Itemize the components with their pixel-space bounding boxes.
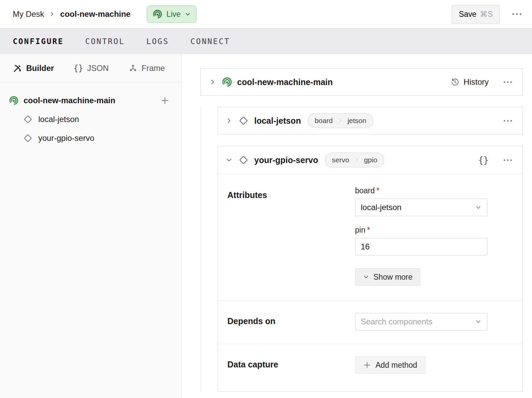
show-more-button[interactable]: Show more xyxy=(355,268,420,286)
tab-connect[interactable]: CONNECT xyxy=(190,37,230,46)
machine-part-title: cool-new-machine-main xyxy=(237,77,333,87)
depends-on-title: Depends on xyxy=(227,313,355,330)
depends-on-section: Depends on Search components xyxy=(218,301,522,344)
component-card-local-jetson: local-jetson board jetson xyxy=(218,107,523,134)
edit-json-button[interactable]: {} xyxy=(478,155,489,165)
mode-frame-label: Frame xyxy=(142,64,165,73)
component-tree: cool-new-machine-main local-jetson your-… xyxy=(0,82,181,148)
component-more-menu[interactable] xyxy=(503,119,513,122)
component-diamond-icon xyxy=(23,133,33,143)
board-field-label: board* xyxy=(355,186,487,195)
machine-part-more-menu[interactable] xyxy=(503,81,513,84)
frame-axes-icon xyxy=(128,64,138,73)
board-field: board* local-jetson xyxy=(355,186,487,216)
header-actions: Save ⌘S xyxy=(452,5,523,24)
history-icon xyxy=(451,78,459,86)
main-nav-tabs: CONFIGURE CONTROL LOGS CONNECT xyxy=(0,28,532,54)
status-badge: Live xyxy=(167,10,181,19)
data-capture-title: Data capture xyxy=(227,356,355,374)
board-select[interactable]: local-jetson xyxy=(355,199,487,216)
add-method-button[interactable]: Add method xyxy=(355,356,426,374)
history-button[interactable]: History xyxy=(451,77,489,87)
component-diamond-icon xyxy=(23,114,33,124)
field-label-text: pin xyxy=(355,226,365,234)
pin-field-label: pin* xyxy=(355,226,487,235)
required-asterisk: * xyxy=(367,226,370,234)
config-sidebar: Builder {} JSON Frame xyxy=(0,54,182,398)
mode-frame[interactable]: Frame xyxy=(128,64,165,73)
board-select-value: local-jetson xyxy=(361,203,401,212)
attributes-fields: board* local-jetson pin* xyxy=(355,186,487,286)
save-shortcut: ⌘S xyxy=(480,10,493,19)
tab-configure[interactable]: CONFIGURE xyxy=(13,37,64,46)
machine-part-card-header: cool-new-machine-main History xyxy=(201,69,522,95)
config-main-panel: cool-new-machine-main History xyxy=(182,54,532,398)
tree-item-your-gpio-servo[interactable]: your-gpio-servo xyxy=(0,129,181,148)
app-header: My Desk cool-new-machine Live Save ⌘S xyxy=(0,0,532,28)
tab-control[interactable]: CONTROL xyxy=(85,37,125,46)
chevron-down-icon xyxy=(185,11,191,17)
breadcrumb-parent-link[interactable]: My Desk xyxy=(13,9,44,19)
child-connector: local-jetson board jetson xyxy=(201,107,523,392)
braces-icon: {} xyxy=(74,64,83,73)
chevron-down-icon xyxy=(475,204,482,211)
component-diamond-icon xyxy=(238,155,249,165)
required-asterisk: * xyxy=(376,186,380,195)
depends-on-placeholder: Search components xyxy=(361,317,432,326)
viam-part-icon xyxy=(222,77,232,87)
tools-icon xyxy=(13,64,22,73)
mode-builder-label: Builder xyxy=(26,64,54,73)
machine-part-card: cool-new-machine-main History xyxy=(201,68,523,96)
plus-icon xyxy=(363,361,371,369)
history-label: History xyxy=(463,77,489,87)
mode-builder[interactable]: Builder xyxy=(13,64,54,73)
component-more-menu[interactable] xyxy=(503,159,513,162)
viam-part-icon xyxy=(9,95,19,106)
component-card-your-gpio-servo: your-gpio-servo servo gpio {} xyxy=(218,146,523,392)
component-type-badge: board jetson xyxy=(308,113,373,128)
breadcrumb: My Desk cool-new-machine xyxy=(13,9,131,19)
badge-chevron-icon xyxy=(355,155,359,165)
component-model: gpio xyxy=(359,156,383,164)
header-more-menu[interactable] xyxy=(511,12,523,16)
component-name: your-gpio-servo xyxy=(254,155,318,165)
add-component-button[interactable] xyxy=(161,96,169,105)
tree-root-label: cool-new-machine-main xyxy=(24,96,115,105)
tree-item-local-jetson[interactable]: local-jetson xyxy=(0,110,181,129)
save-button[interactable]: Save ⌘S xyxy=(452,5,500,24)
data-capture-section: Data capture Add method xyxy=(218,344,522,391)
component-diamond-icon xyxy=(238,115,249,126)
tree-child-label: your-gpio-servo xyxy=(38,133,94,143)
content-area: Builder {} JSON Frame xyxy=(0,54,532,398)
add-method-label: Add method xyxy=(375,361,417,370)
tab-logs[interactable]: LOGS xyxy=(146,37,169,46)
pin-input-value: 16 xyxy=(361,242,370,251)
expand-chevron-right-icon[interactable] xyxy=(225,117,233,124)
tree-item-machine-part[interactable]: cool-new-machine-main xyxy=(0,91,181,110)
breadcrumb-chevron-icon xyxy=(49,10,55,18)
tree-child-label: local-jetson xyxy=(38,115,79,124)
component-model: jetson xyxy=(342,117,372,125)
badge-chevron-icon xyxy=(338,116,342,126)
viam-broadcast-icon xyxy=(152,9,163,19)
view-mode-toolbar: Builder {} JSON Frame xyxy=(0,54,181,82)
component-type: servo xyxy=(326,156,354,164)
component-card-header: your-gpio-servo servo gpio {} xyxy=(218,146,522,174)
mode-json-label: JSON xyxy=(87,64,109,73)
component-card-header: local-jetson board jetson xyxy=(218,107,522,134)
component-name: local-jetson xyxy=(254,116,301,126)
attributes-section: Attributes board* local-jetson xyxy=(218,174,522,301)
breadcrumb-current: cool-new-machine xyxy=(60,9,130,19)
depends-on-select[interactable]: Search components xyxy=(355,313,487,330)
collapse-chevron-down-icon[interactable] xyxy=(225,156,233,164)
machine-status-dropdown[interactable]: Live xyxy=(147,5,196,23)
component-type: board xyxy=(309,117,338,125)
pin-field: pin* 16 xyxy=(355,226,487,255)
chevron-down-icon xyxy=(475,318,482,325)
save-button-label: Save xyxy=(459,10,476,19)
expand-chevron-right-icon[interactable] xyxy=(209,78,216,86)
component-type-badge: servo gpio xyxy=(325,153,384,167)
field-label-text: board xyxy=(355,186,375,195)
pin-input[interactable]: 16 xyxy=(355,238,487,255)
mode-json[interactable]: {} JSON xyxy=(74,64,109,73)
